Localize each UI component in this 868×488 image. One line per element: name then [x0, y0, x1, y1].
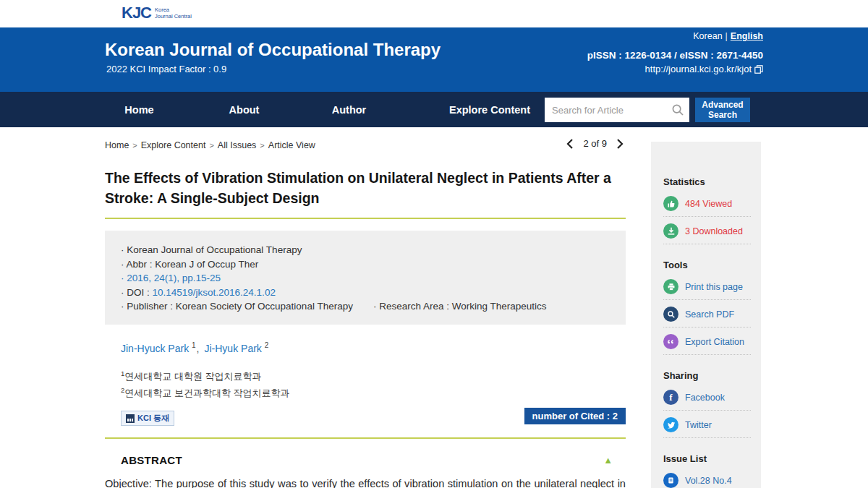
meta-journal: · Korean Journal of Occupational Therapy [121, 243, 610, 257]
language-switch: Korean|English [587, 31, 763, 41]
copy-icon[interactable] [754, 65, 763, 74]
breadcrumb-separator: > [132, 141, 137, 150]
meta-issue-link[interactable]: · 2016, 24(1), pp.15-25 [121, 271, 610, 286]
search-pdf-label: Search PDF [685, 309, 734, 320]
badge-row: KCI 등재 number of Cited : 2 [105, 411, 626, 428]
author-list: Jin-Hyuck Park 1,Ji-Hyuk Park 2 [105, 341, 626, 354]
printer-icon [663, 279, 678, 294]
viewed-stat[interactable]: 484 Viewed [663, 194, 751, 217]
export-citation[interactable]: Export Citation [663, 332, 751, 355]
affiliation-text: 연세대학교 보건과학대학 작업치료학과 [124, 388, 289, 398]
affiliation-list: 1연세대학교 대학원 작업치료학과 2연세대학교 보건과학대학 작업치료학과 [105, 367, 626, 401]
nav-item-about[interactable]: About [192, 104, 297, 116]
author-sup: 1 [192, 341, 196, 349]
nav-item-home[interactable]: Home [87, 104, 192, 116]
kjc-logo[interactable]: KJC Korea Journal Central [122, 5, 192, 21]
export-citation-label: Export Citation [685, 337, 744, 347]
nav-item-author[interactable]: Author [297, 104, 401, 116]
lang-english-link[interactable]: English [731, 31, 763, 41]
facebook-icon: f [663, 390, 678, 405]
downloaded-stat[interactable]: 3 Downloaded [663, 221, 751, 244]
lang-korean-link[interactable]: Korean [693, 31, 722, 41]
abstract-heading: ABSTRACT [121, 454, 182, 466]
page: KJC Korea Journal Central Korean Journal… [0, 0, 868, 488]
affiliation-text: 연세대학교 대학원 작업치료학과 [124, 371, 261, 382]
sharing-section: Sharing f Facebook Twitter [663, 370, 761, 438]
meta-doi-link[interactable]: 10.14519/jksot.2016.24.1.02 [153, 287, 276, 298]
meta-doi-label: · DOI : [121, 287, 153, 298]
print-this-page-label: Print this page [685, 282, 743, 292]
meta-publisher-row: · Publisher : Korean Society Of Occupati… [121, 299, 610, 314]
downloaded-count-label: 3 Downloaded [685, 226, 743, 236]
issue-vol28-no4[interactable]: Vol.28 No.4 [663, 471, 751, 488]
search-pdf-icon [663, 307, 678, 322]
article-search-input[interactable] [545, 98, 689, 122]
advanced-search-button[interactable]: Advanced Search [695, 98, 750, 122]
breadcrumb-home[interactable]: Home [105, 140, 129, 150]
breadcrumb-article-view: Article View [268, 140, 315, 150]
meta-doi-row: · DOI : 10.14519/jksot.2016.24.1.02 [121, 286, 610, 300]
lang-separator: | [726, 31, 728, 41]
impact-factor: 2022 KCI Impact Factor : 0.9 [106, 64, 226, 74]
share-facebook[interactable]: f Facebook [663, 388, 751, 411]
breadcrumb-separator: > [209, 141, 213, 150]
right-sidebar: Statistics 484 Viewed 3 Downloaded Tools [651, 142, 761, 488]
author-link[interactable]: Ji-Hyuk Park [204, 343, 261, 354]
journal-url-link[interactable]: http://journal.kci.go.kr/kjot [645, 64, 752, 74]
divider [105, 437, 626, 439]
nav-item-explore-content[interactable]: Explore Content [417, 104, 562, 116]
breadcrumb: Home>Explore Content>All Issues>Article … [105, 127, 626, 150]
tools-section: Tools Print this page Search PDF [663, 260, 761, 355]
affiliation-item: 2연세대학교 보건과학대학 작업치료학과 [121, 383, 626, 400]
print-this-page[interactable]: Print this page [663, 277, 751, 300]
statistics-heading: Statistics [663, 176, 761, 187]
author-separator: , [197, 343, 200, 354]
breadcrumb-separator: > [260, 141, 264, 150]
search-icon[interactable] [671, 103, 684, 116]
next-article-icon[interactable] [616, 139, 624, 149]
kjc-logo-text: KJC [122, 5, 151, 21]
journal-icon [663, 473, 678, 488]
viewed-count-label: 484 Viewed [685, 199, 732, 209]
affiliation-item: 1연세대학교 대학원 작업치료학과 [121, 367, 626, 383]
kci-badge-label: KCI 등재 [137, 413, 169, 424]
pager-label: 2 of 9 [583, 138, 607, 149]
main-nav: Home About Author Explore Content Advanc… [0, 92, 868, 127]
statistics-section: Statistics 484 Viewed 3 Downloaded [663, 176, 761, 244]
quote-icon [663, 334, 678, 349]
collapse-triangle-icon[interactable]: ▲ [603, 455, 613, 466]
issue-list-section: Issue List Vol.28 No.4 Vol.28 No.3 [663, 453, 761, 488]
article-meta-box: · Korean Journal of Occupational Therapy… [105, 231, 626, 325]
journal-header: Korean Journal of Occupational Therapy 2… [0, 27, 868, 92]
breadcrumb-all-issues[interactable]: All Issues [218, 140, 257, 150]
twitter-label: Twitter [685, 420, 712, 430]
facebook-label: Facebook [685, 393, 725, 403]
share-twitter[interactable]: Twitter [663, 415, 751, 438]
article-main: Home>Explore Content>All Issues>Article … [105, 127, 626, 488]
search-pdf[interactable]: Search PDF [663, 304, 751, 328]
issn-text: pISSN : 1226-0134 / eISSN : 2671-4450 [587, 50, 763, 61]
prev-article-icon[interactable] [566, 139, 574, 149]
author-link[interactable]: Jin-Hyuck Park [121, 343, 189, 354]
journal-title: Korean Journal of Occupational Therapy [105, 40, 441, 60]
breadcrumb-explore-content[interactable]: Explore Content [141, 140, 206, 150]
number-of-cited-badge[interactable]: number of Cited : 2 [524, 408, 626, 424]
meta-abbr: · Abbr : Korean J of Occup Ther [121, 257, 610, 272]
thumbs-up-icon [663, 196, 678, 211]
kci-badge-icon [126, 414, 135, 423]
meta-publisher: · Publisher : Korean Society Of Occupati… [121, 301, 353, 312]
twitter-icon [663, 417, 678, 432]
issue-list-heading: Issue List [663, 453, 761, 464]
abstract-text: Objective: The purpose of this study was… [105, 476, 626, 488]
meta-research-area: · Research Area : Working Therapeutics [373, 301, 547, 312]
top-bar: KJC Korea Journal Central [0, 0, 868, 27]
divider [105, 218, 626, 219]
article-title: The Effects of Vibration Stimulation on … [105, 168, 626, 208]
download-icon [663, 223, 678, 239]
article-pager: 2 of 9 [566, 138, 624, 149]
kci-listed-badge[interactable]: KCI 등재 [121, 411, 174, 426]
sharing-heading: Sharing [663, 370, 761, 381]
issue-label: Vol.28 No.4 [685, 476, 732, 486]
tools-heading: Tools [663, 260, 761, 270]
author-sup: 2 [265, 341, 269, 349]
